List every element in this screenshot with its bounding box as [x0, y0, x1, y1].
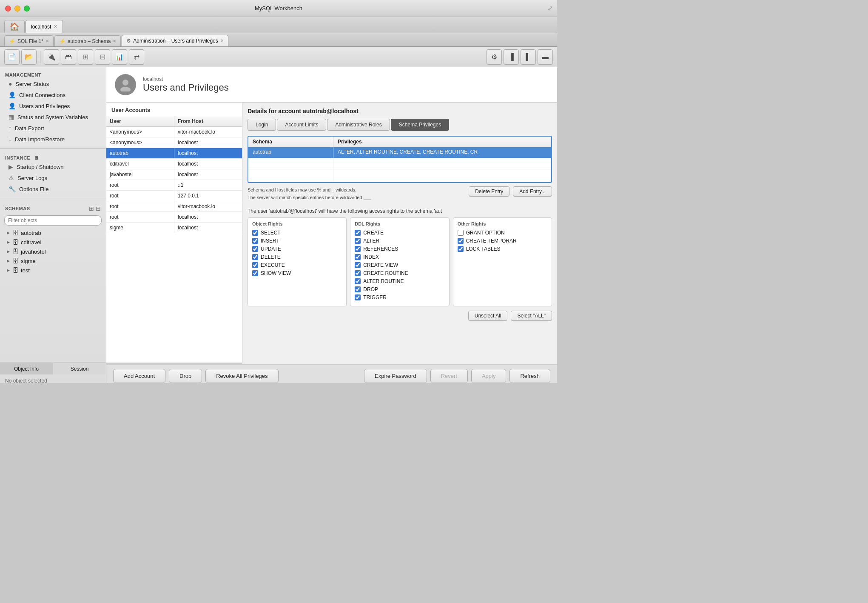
checkbox-select[interactable]	[252, 230, 258, 236]
user-row-root3[interactable]: root vitor-macbook.lo	[106, 201, 242, 212]
sidebar-item-users-privileges[interactable]: 👤 Users and Privileges	[0, 100, 106, 111]
schema-test[interactable]: ▶ 🗄 test	[0, 266, 106, 275]
schema-label-javahostel: javahostel	[21, 249, 46, 255]
user-row-root2[interactable]: root 127.0.0.1	[106, 191, 242, 201]
checkbox-grant-option[interactable]	[458, 230, 464, 236]
user-row-autotrab[interactable]: autotrab localhost	[106, 148, 242, 159]
revoke-all-button[interactable]: Revoke All Privileges	[205, 369, 278, 383]
user-row-sigme[interactable]: sigme localhost	[106, 223, 242, 233]
user-row-javahostel[interactable]: javahostel localhost	[106, 169, 242, 180]
select-all-button[interactable]: Select "ALL"	[511, 311, 552, 321]
create-schema-button[interactable]: 🗃	[61, 49, 76, 65]
sidebar-item-data-export[interactable]: ↑ Data Export	[0, 123, 106, 134]
maximize-button[interactable]	[24, 6, 30, 11]
unselect-all-button[interactable]: Unselect All	[468, 311, 508, 321]
add-account-button[interactable]: Add Account	[113, 369, 165, 383]
expire-password-button[interactable]: Expire Password	[364, 369, 427, 383]
checkbox-create-routine[interactable]	[355, 270, 361, 276]
checkbox-references[interactable]	[355, 246, 361, 252]
tab-admin-close[interactable]: ✕	[220, 38, 224, 43]
sidebar-item-data-import[interactable]: ↓ Data Import/Restore	[0, 134, 106, 145]
schema-inspector-button[interactable]: ⊟	[95, 49, 110, 65]
schema-db-icon-cditravel: 🗄	[12, 239, 18, 246]
checkbox-show-view[interactable]	[252, 270, 258, 276]
schema-col-privileges: Privileges	[333, 137, 366, 147]
user-row-root1[interactable]: root ::1	[106, 180, 242, 191]
tab-schema-privileges[interactable]: Schema Privileges	[391, 119, 449, 131]
close-button[interactable]	[5, 6, 11, 11]
revert-button[interactable]: Revert	[430, 369, 468, 383]
migration-button[interactable]: ⇄	[129, 49, 144, 65]
layout-btn-3[interactable]: ▬	[538, 49, 553, 65]
refresh-button[interactable]: Refresh	[509, 369, 550, 383]
schema-row-autotrab[interactable]: autotrab ALTER, ALTER ROUTINE, CREATE, C…	[248, 147, 551, 158]
label-drop: DROP	[363, 286, 378, 292]
layout-btn-2[interactable]: ▌	[521, 49, 536, 65]
query-stats-button[interactable]: 📊	[112, 49, 127, 65]
checkbox-trigger[interactable]	[355, 294, 361, 300]
tab-account-limits[interactable]: Account Limits	[277, 119, 326, 131]
sidebar-label-server-status: Server Status	[15, 81, 49, 87]
sidebar-tab-session[interactable]: Session	[53, 363, 106, 374]
checkbox-lock-tables[interactable]	[458, 246, 464, 252]
checkbox-alter-routine[interactable]	[355, 278, 361, 284]
table-inspector-button[interactable]: ⊞	[78, 49, 93, 65]
user-row-root3-host: vitor-macbook.lo	[174, 201, 242, 211]
sidebar-item-startup[interactable]: ▶ Startup / Shutdown	[0, 161, 106, 172]
tab-admin-active[interactable]: ⚙ Administration – Users and Privileges …	[122, 35, 228, 46]
checkbox-update[interactable]	[252, 246, 258, 252]
minimize-button[interactable]	[14, 6, 20, 11]
sidebar-tab-object-info[interactable]: Object Info	[0, 363, 53, 374]
layout-btn-1[interactable]: ▐	[504, 49, 519, 65]
user-row-anon1[interactable]: <anonymous> vitor-macbook.lo	[106, 127, 242, 137]
tab-admin-roles[interactable]: Administrative Roles	[327, 119, 390, 131]
sidebar-item-server-logs[interactable]: ⚠ Server Logs	[0, 172, 106, 183]
schema-cditravel[interactable]: ▶ 🗄 cditravel	[0, 237, 106, 247]
new-sql-tab-button[interactable]: 📄	[4, 49, 20, 65]
schemas-expand-icon[interactable]: ⊞ ⊟	[89, 205, 101, 212]
tab-autotrab-schema[interactable]: ⚡ autotrab – Schema ✕	[54, 35, 121, 46]
tab-schema-close[interactable]: ✕	[113, 39, 116, 43]
sidebar-item-options-file[interactable]: 🔧 Options File	[0, 183, 106, 194]
checkbox-delete[interactable]	[252, 254, 258, 260]
tab-localhost[interactable]: localhost ✕	[26, 20, 63, 33]
checkbox-alter[interactable]	[355, 238, 361, 244]
schema-filter-input[interactable]	[4, 215, 102, 226]
tab-sql-file[interactable]: ⚡ SQL File 1* ✕	[4, 35, 54, 46]
checkbox-create-view[interactable]	[355, 262, 361, 268]
bottom-buttons: Add Account Drop Revoke All Privileges E…	[106, 364, 557, 383]
user-row-anon2-user: <anonymous>	[106, 137, 174, 148]
checkbox-create-temp[interactable]	[458, 238, 464, 244]
server-status-icon: ●	[9, 80, 12, 87]
sidebar-item-client-connections[interactable]: 👤 Client Connections	[0, 89, 106, 100]
drop-button[interactable]: Drop	[169, 369, 202, 383]
user-row-root4[interactable]: root localhost	[106, 212, 242, 223]
open-sql-button[interactable]: 📂	[21, 49, 37, 65]
logs-icon: ⚠	[9, 174, 14, 181]
tab-sql-close[interactable]: ✕	[46, 39, 49, 43]
checkbox-index[interactable]	[355, 254, 361, 260]
user-row-anon2[interactable]: <anonymous> localhost	[106, 137, 242, 148]
delete-entry-button[interactable]: Delete Entry	[469, 186, 509, 197]
user-row-sigme-host: localhost	[174, 223, 242, 233]
apply-button[interactable]: Apply	[471, 369, 507, 383]
user-row-cditravel[interactable]: cditravel localhost	[106, 159, 242, 169]
svg-point-0	[122, 80, 128, 86]
checkbox-insert[interactable]	[252, 238, 258, 244]
checkbox-execute[interactable]	[252, 262, 258, 268]
tab-home[interactable]: 🏠	[4, 20, 25, 33]
tab-login[interactable]: Login	[248, 119, 276, 131]
schema-autotrab[interactable]: ▶ 🗄 autotrab	[0, 228, 106, 237]
tab-localhost-close[interactable]: ✕	[54, 24, 57, 29]
schema-sigme[interactable]: ▶ 🗄 sigme	[0, 256, 106, 266]
checkbox-drop[interactable]	[355, 286, 361, 292]
sidebar-item-server-status[interactable]: ● Server Status	[0, 78, 106, 89]
checkbox-create[interactable]	[355, 230, 361, 236]
sidebar-item-status-variables[interactable]: ▦ Status and System Variables	[0, 111, 106, 123]
schema-javahostel[interactable]: ▶ 🗄 javahostel	[0, 247, 106, 256]
sidebar: MANAGEMENT ● Server Status 👤 Client Conn…	[0, 67, 106, 383]
schema-label-autotrab: autotrab	[21, 230, 41, 236]
connect-db-button[interactable]: 🔌	[44, 49, 59, 65]
add-entry-button[interactable]: Add Entry...	[513, 186, 552, 197]
settings-button[interactable]: ⚙	[487, 49, 502, 65]
